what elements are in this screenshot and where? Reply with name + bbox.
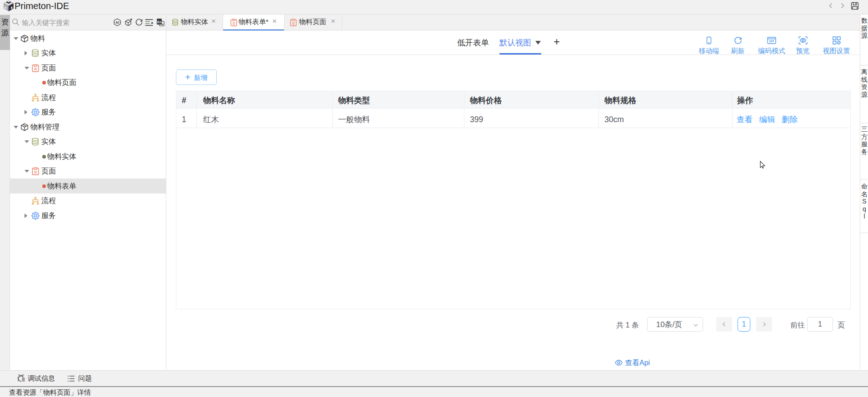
svg-text:En: En xyxy=(157,20,162,24)
svg-text:AI: AI xyxy=(115,20,119,25)
